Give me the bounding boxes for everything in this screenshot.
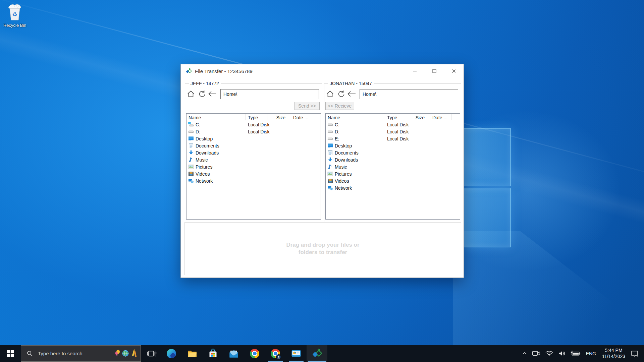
panel-legend: JEFF - 14772 — [189, 81, 221, 86]
list-item-documents[interactable]: Documents — [186, 142, 321, 149]
wifi-button[interactable] — [543, 345, 556, 362]
list-item-music[interactable]: Music — [186, 156, 321, 163]
item-name: Network — [335, 185, 352, 191]
column-header-size[interactable]: Size — [268, 114, 291, 120]
taskbar-mail-button[interactable] — [223, 345, 244, 362]
path-input[interactable] — [360, 89, 458, 99]
item-name: Music — [196, 157, 208, 163]
windows-logo-pane-top — [464, 128, 511, 186]
time: 5:44 PM — [602, 348, 625, 354]
list-item-d[interactable]: D:Local Disk — [186, 128, 321, 135]
drive-icon — [188, 129, 194, 134]
list-item-pictures[interactable]: Pictures — [186, 163, 321, 170]
list-item-videos[interactable]: Videos — [186, 170, 321, 177]
videos-icon — [188, 171, 194, 177]
language-indicator[interactable]: ENG — [583, 351, 599, 356]
list-item-pictures[interactable]: Pictures — [326, 170, 460, 177]
path-input[interactable] — [220, 89, 319, 99]
pictures-icon — [188, 164, 194, 170]
back-button[interactable] — [207, 89, 217, 99]
column-header-name[interactable]: Name — [326, 114, 385, 120]
drive-icon — [327, 136, 333, 141]
taskbar-file-transfer-button[interactable] — [307, 345, 327, 362]
refresh-button[interactable] — [197, 89, 207, 99]
list-item-downloads[interactable]: Downloads — [326, 156, 460, 163]
search-input[interactable] — [37, 350, 103, 357]
item-name: Documents — [196, 143, 219, 148]
refresh-button[interactable] — [336, 89, 346, 99]
music-icon — [188, 157, 194, 163]
item-name: Music — [335, 164, 347, 170]
profile-badge-icon — [276, 354, 281, 360]
column-header-type[interactable]: Type — [385, 114, 407, 120]
drag-drop-zone[interactable]: Drag and drop your files or folders to t… — [184, 222, 461, 275]
maximize-button[interactable] — [425, 64, 444, 78]
taskbar-edge-button[interactable] — [161, 345, 182, 362]
task-view-icon — [147, 350, 157, 358]
back-arrow-icon — [346, 89, 357, 98]
column-header-name[interactable]: Name — [186, 114, 246, 120]
battery-button[interactable] — [568, 345, 583, 362]
list-item-videos[interactable]: Videos — [326, 177, 460, 184]
column-header-date[interactable]: Date ... — [291, 114, 312, 120]
downloads-icon — [327, 157, 333, 163]
wallpaper-light-beam — [453, 231, 644, 362]
task-view-button[interactable] — [142, 345, 161, 362]
action-center-button[interactable] — [628, 345, 641, 362]
receive-button[interactable]: << Recieve — [325, 102, 354, 110]
windows-logo-pane-bottom — [464, 188, 511, 247]
list-item-e[interactable]: E:Local Disk — [326, 135, 460, 142]
taskbar-chrome-button[interactable] — [244, 345, 265, 362]
refresh-icon — [337, 89, 345, 98]
file-list-header: NameTypeSizeDate ... — [326, 114, 460, 121]
back-arrow-icon — [207, 89, 217, 98]
list-item-desktop[interactable]: Desktop — [186, 135, 321, 142]
recycle-bin-shortcut[interactable]: ♻ Recycle Bin — [2, 3, 28, 28]
home-button[interactable] — [186, 89, 196, 99]
meet-now-button[interactable] — [530, 345, 543, 362]
file-list: NameTypeSizeDate ... C:Local DiskD:Local… — [186, 113, 321, 220]
minimize-button[interactable] — [405, 64, 425, 78]
window-title: File Transfer - 123456789 — [195, 68, 253, 74]
tray-expand-button[interactable] — [520, 345, 530, 362]
window-titlebar[interactable]: File Transfer - 123456789 — [181, 64, 464, 78]
list-item-documents[interactable]: Documents — [326, 149, 460, 156]
network-icon — [188, 178, 194, 184]
back-button[interactable] — [346, 89, 357, 99]
list-item-d[interactable]: D:Local Disk — [326, 128, 460, 135]
date: 11/14/2023 — [602, 354, 625, 360]
list-item-music[interactable]: Music — [326, 163, 460, 170]
item-name: C: — [196, 122, 200, 127]
taskbar-presentation-button[interactable] — [286, 345, 307, 362]
panel-local: JEFF - 14772 Send >> NameTypeSizeDate ..… — [185, 83, 322, 222]
list-item-c[interactable]: C:Local Disk — [326, 121, 460, 128]
running-indicator — [268, 361, 283, 362]
recycle-bin-label: Recycle Bin — [2, 23, 28, 28]
close-button[interactable] — [444, 64, 464, 78]
list-item-downloads[interactable]: Downloads — [186, 149, 321, 156]
taskbar-file-explorer-button[interactable] — [182, 345, 203, 362]
send-button[interactable]: Send >> — [294, 102, 320, 110]
list-item-network[interactable]: Network — [326, 184, 460, 191]
home-button[interactable] — [325, 89, 335, 99]
list-item-c[interactable]: C:Local Disk — [186, 121, 321, 128]
action-center-icon — [631, 350, 639, 357]
item-type: Local Disk — [385, 136, 407, 141]
item-type: Local Disk — [246, 129, 268, 134]
list-item-desktop[interactable]: Desktop — [326, 142, 460, 149]
taskbar-search[interactable] — [21, 345, 141, 362]
column-header-type[interactable]: Type — [246, 114, 268, 120]
column-header-date[interactable]: Date ... — [430, 114, 451, 120]
volume-button[interactable] — [556, 345, 568, 362]
start-button[interactable] — [0, 345, 21, 362]
taskbar-store-button[interactable] — [203, 345, 223, 362]
documents-icon — [327, 150, 333, 156]
list-item-network[interactable]: Network — [186, 177, 321, 184]
search-highlights-icon[interactable] — [115, 349, 138, 359]
item-name: D: — [196, 129, 200, 134]
taskbar-chrome-profile-button[interactable] — [265, 345, 286, 362]
column-header-size[interactable]: Size — [407, 114, 430, 120]
clock[interactable]: 5:44 PM 11/14/2023 — [599, 348, 628, 359]
presentation-app-icon — [291, 349, 301, 358]
home-icon — [186, 89, 195, 98]
